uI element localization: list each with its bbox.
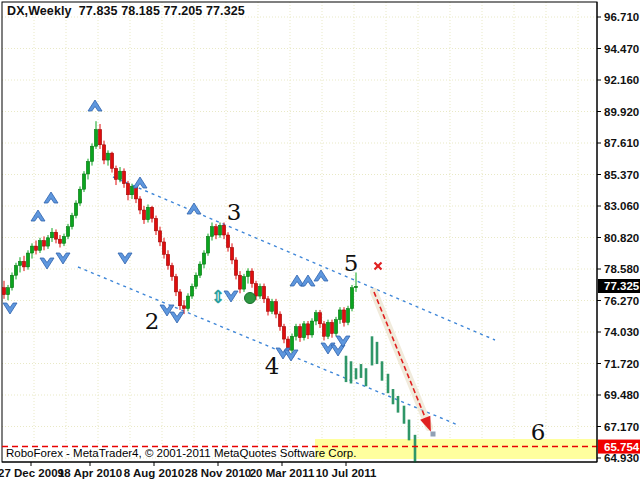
price-chart-canvas[interactable]: ⇕2345696.71094.47092.16089.92087.61085.3…: [0, 0, 640, 480]
fractal-markers: [3, 100, 350, 361]
price-tick-label: 87.610: [604, 137, 639, 149]
price-tick-label: 71.720: [604, 358, 639, 370]
fractal-up-icon: [31, 210, 45, 221]
date-tick-label: 28 Nov 2010: [185, 467, 252, 479]
fractal-down-icon: [284, 350, 298, 361]
updown-arrow-icon[interactable]: ⇕: [210, 286, 225, 307]
selection-anchor: [431, 432, 436, 437]
fractal-down-icon: [40, 258, 54, 269]
price-tick-label: 89.920: [604, 106, 639, 118]
sell-x-marker[interactable]: [375, 263, 382, 270]
price-tick-label: 74.030: [604, 326, 639, 338]
wave-label-5[interactable]: 5: [344, 250, 359, 276]
copyright-label: RoboForex - MetaTrader4, © 2001-2011 Met…: [6, 447, 356, 459]
chart-title: DX,Weekly 77.835 78.185 77.205 77.325: [7, 4, 245, 18]
price-tick-label: 76.270: [604, 295, 639, 307]
date-axis: 27 Dec 200918 Apr 20108 Aug 201028 Nov 2…: [0, 462, 597, 479]
fractal-up-icon: [88, 100, 102, 111]
fractal-down-icon: [56, 253, 70, 264]
plot-border: [2, 2, 597, 462]
price-axis: 96.71094.47092.16089.92087.61085.37083.0…: [597, 2, 639, 464]
wave-label-2[interactable]: 2: [145, 308, 160, 334]
fractal-down-icon: [3, 303, 17, 314]
price-tick-label: 78.580: [604, 263, 639, 275]
date-tick-label: 20 Mar 2011: [250, 467, 315, 479]
fractal-up-icon: [301, 275, 315, 286]
wave-label-3[interactable]: 3: [227, 199, 242, 225]
price-tick-label: 85.370: [604, 169, 639, 181]
price-tick-label: 92.160: [604, 74, 639, 86]
svg-text:77.325: 77.325: [604, 280, 640, 292]
fractal-down-icon: [118, 253, 132, 264]
grid-lines: [2, 2, 597, 462]
price-tick-label: 80.820: [604, 232, 639, 244]
price-tick-label: 96.710: [604, 11, 639, 23]
price-tick-label: 94.470: [604, 43, 639, 55]
svg-text:65.754: 65.754: [604, 441, 640, 453]
price-tick-label: 67.170: [604, 421, 639, 433]
price-tick-label: 69.480: [604, 389, 639, 401]
svg-text:⇕: ⇕: [210, 286, 225, 307]
fractal-down-icon: [170, 312, 184, 323]
fractal-up-icon: [44, 192, 58, 203]
date-tick-label: 18 Apr 2010: [58, 467, 122, 479]
target-zone[interactable]: [315, 439, 597, 459]
date-tick-label: 8 Aug 2010: [124, 467, 184, 479]
current-price-tag: 77.325: [598, 279, 640, 293]
entry-dot-marker[interactable]: [245, 293, 256, 304]
price-tick-label: 64.930: [604, 452, 639, 464]
wave-label-6[interactable]: 6: [531, 419, 546, 445]
wave-label-4[interactable]: 4: [265, 353, 280, 379]
mt4-chart-window: ⇕2345696.71094.47092.16089.92087.61085.3…: [0, 0, 640, 480]
price-tick-label: 83.060: [604, 200, 639, 212]
fractal-up-icon: [133, 177, 147, 188]
fractal-up-icon: [314, 270, 328, 281]
target-price-tag: 65.754: [598, 440, 640, 454]
date-tick-label: 10 Jul 2011: [316, 467, 377, 479]
date-tick-label: 27 Dec 2009: [0, 467, 64, 479]
fractal-down-icon: [336, 336, 350, 347]
